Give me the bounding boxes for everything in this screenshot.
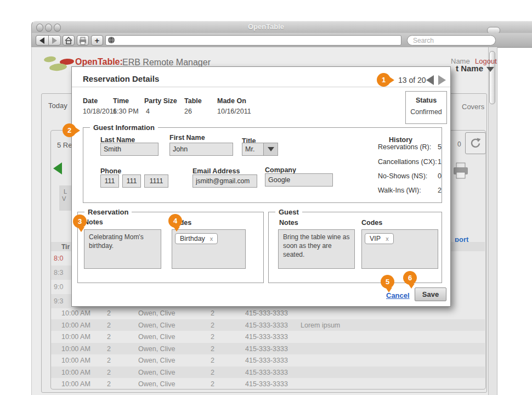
cell-time: 10:00 AM: [61, 321, 90, 329]
cell-party: 2: [107, 357, 111, 364]
time-column-header-fragment: Tir: [61, 243, 70, 251]
cell-note: Lorem ipsum: [301, 321, 340, 329]
account-caret-icon[interactable]: [486, 67, 494, 72]
prev-reservation-button[interactable]: [426, 75, 434, 85]
green-arrow-icon: [53, 162, 62, 174]
annotation-badge-5: 5: [381, 275, 394, 289]
annotation-badge-1: 1: [377, 73, 390, 87]
printer-icon-large[interactable]: [453, 161, 468, 180]
guest-notes-textarea[interactable]: Bring the table wine as soon as they are…: [278, 229, 355, 269]
phone-part-1-input[interactable]: [100, 174, 119, 188]
plus-icon: +: [95, 36, 100, 45]
table-row[interactable]: 10:00 AM2Owen, Clive2415-333-3333: [51, 378, 485, 390]
table-row[interactable]: 10:00 AM2Owen, Clive2415-333-3333: [51, 354, 485, 366]
email-input[interactable]: [193, 174, 257, 188]
count-fragment: 0: [457, 140, 461, 148]
back-button[interactable]: [36, 36, 48, 45]
title-select-value[interactable]: Mr.: [242, 143, 264, 156]
guest-notes-label: Notes: [279, 219, 298, 227]
nav-button-cluster: [36, 35, 61, 46]
history-row-label: No-Shows (NS):: [378, 172, 427, 180]
date-value: 10/18/2011: [83, 108, 117, 115]
save-button[interactable]: Save: [415, 287, 446, 301]
cell-covers: 2: [211, 369, 214, 376]
chip-remove-icon[interactable]: x: [210, 235, 213, 242]
cell-party: 2: [107, 380, 111, 388]
cell-phone: 415-333-3333: [245, 333, 288, 341]
cell-covers: 2: [211, 309, 214, 317]
first-name-input[interactable]: [169, 143, 233, 156]
modal-title: Reservation Details: [83, 74, 159, 83]
cell-covers: 2: [211, 333, 214, 341]
cell-name: Owen, Clive: [138, 309, 175, 317]
cell-phone: 415-333-3333: [245, 309, 288, 317]
company-input[interactable]: [265, 173, 333, 187]
screen: OpenTable + OpenTable: ERB Remote Manage…: [0, 0, 532, 395]
time-slot-label: 8:3: [54, 269, 63, 276]
email-label: Email Address: [193, 167, 240, 175]
legend-letter-fragment: V: [62, 195, 66, 202]
account-dropdown-fragment[interactable]: t Name: [456, 64, 483, 73]
chip-remove-icon[interactable]: x: [386, 235, 389, 242]
cell-time: 10:00 AM: [61, 333, 90, 341]
table-value: 26: [184, 108, 192, 115]
phone-label: Phone: [100, 167, 121, 175]
made-on-value: 10/16/2011: [217, 108, 251, 115]
title-select-button[interactable]: [263, 143, 278, 156]
history-row-value: 5: [438, 143, 442, 151]
search-input[interactable]: [407, 35, 496, 46]
cell-name: Owen, Clive: [138, 321, 175, 329]
forward-button[interactable]: [49, 36, 61, 45]
add-button[interactable]: +: [91, 35, 103, 46]
party-size-label: Party Size: [144, 97, 177, 105]
back-icon: [39, 37, 44, 44]
cell-phone: 415-333-3333: [245, 321, 288, 329]
window-title: OpenTable: [31, 22, 501, 31]
time-value: 6:30 PM: [113, 108, 139, 115]
phone-part-2-input[interactable]: [122, 174, 141, 188]
annotation-badge-2: 2: [63, 123, 76, 137]
phone-part-3-input[interactable]: [144, 174, 168, 188]
home-button[interactable]: [63, 35, 75, 46]
print-button[interactable]: [77, 35, 89, 46]
tab-today[interactable]: Today: [48, 101, 67, 110]
table-row[interactable]: 10:00 AM2Owen, Clive2415-333-3333: [51, 343, 485, 354]
reservation-notes-textarea[interactable]: Celebrating Mom's birthday.: [84, 229, 161, 269]
history-row-value: 2: [438, 187, 442, 194]
cell-name: Owen, Clive: [138, 369, 175, 376]
next-reservation-button[interactable]: [438, 75, 446, 85]
legend-letter-fragment: L: [64, 188, 67, 195]
url-input[interactable]: [105, 35, 401, 46]
company-label: Company: [265, 166, 296, 174]
table-row[interactable]: 10:00 AM2Owen, Clive2415-333-3333: [51, 331, 485, 342]
history-row-label: Reservations (R):: [378, 143, 431, 151]
cell-covers: 2: [211, 357, 214, 364]
cell-party: 2: [107, 333, 111, 341]
table-row[interactable]: 10:00 AM2Owen, Clive2415-333-3333Lorem i…: [51, 319, 485, 331]
tab-covers[interactable]: Covers: [462, 103, 484, 111]
printer-icon: [78, 36, 87, 45]
reservation-legend: Reservation: [84, 208, 132, 216]
last-name-input[interactable]: [100, 143, 159, 156]
table-row[interactable]: 10:00 AM2Owen, Clive2415-333-3333: [51, 366, 485, 378]
cell-time: 10:00 AM: [61, 369, 90, 376]
status-box: Status Confirmed: [405, 91, 447, 124]
cell-time: 10:00 AM: [61, 345, 90, 353]
refresh-button[interactable]: [465, 132, 486, 154]
chevron-down-icon: [268, 147, 274, 151]
history-row-value: 1: [438, 158, 442, 166]
time-label: Time: [113, 97, 129, 105]
guest-code-chip: VIPx: [365, 233, 394, 244]
globe-icon: [107, 36, 115, 44]
history-row-label: Cancellations (CX):: [378, 158, 437, 166]
brand-name: OpenTable:: [75, 57, 123, 67]
table-label: Table: [184, 97, 202, 105]
history-row-value: 0: [438, 172, 442, 180]
history-row: No-Shows (NS):0: [378, 172, 442, 180]
divider: [72, 87, 450, 87]
table-row[interactable]: 10:00 AM2Owen, Clive2415-333-3333: [51, 307, 485, 319]
cancel-button[interactable]: Cancel: [386, 291, 410, 300]
chip-label: VIP: [370, 235, 381, 242]
cell-time: 10:00 AM: [61, 357, 90, 364]
cell-name: Owen, Clive: [138, 345, 175, 353]
